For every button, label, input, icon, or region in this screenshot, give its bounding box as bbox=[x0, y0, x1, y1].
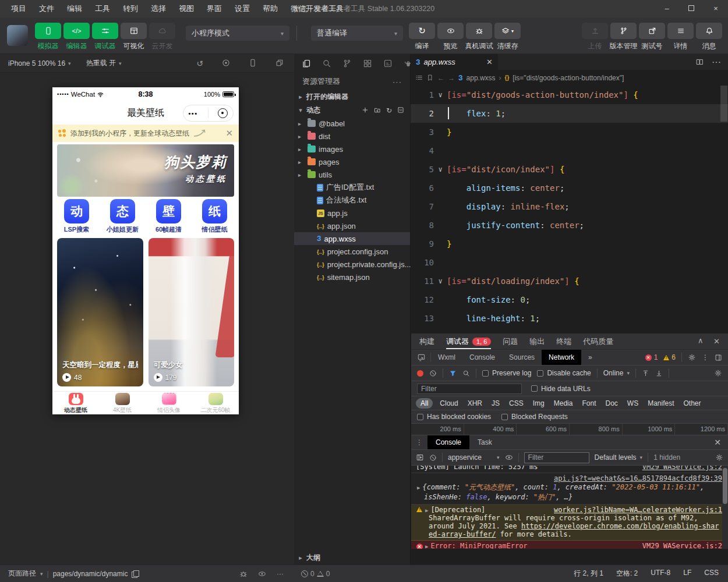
file-app.json[interactable]: {..}app.json bbox=[294, 219, 410, 232]
toolbar-button-清缓存[interactable]: ▾清缓存 bbox=[493, 17, 522, 51]
breadcrumb-file[interactable]: app.wxss bbox=[467, 74, 496, 82]
device-frame-icon[interactable] bbox=[249, 59, 258, 68]
file-广告ID配置.txt[interactable]: 广告ID配置.txt bbox=[294, 181, 410, 194]
shortcut-60帧超清[interactable]: 壁60帧超清 bbox=[146, 199, 192, 234]
phone-tab-动态壁纸[interactable]: 动态壁纸 bbox=[52, 392, 99, 414]
compile-select[interactable]: 普通编译 ▾ bbox=[311, 26, 403, 41]
editor-scrollbar[interactable] bbox=[720, 86, 727, 349]
settings-gear-icon[interactable] bbox=[688, 353, 696, 361]
new-folder-icon[interactable] bbox=[374, 107, 381, 115]
expand-triangle-icon[interactable]: ▶ bbox=[425, 544, 428, 549]
console-sidebar-icon[interactable] bbox=[416, 453, 424, 462]
filter-funnel-icon[interactable] bbox=[449, 370, 457, 377]
warning-count[interactable]: 6 bbox=[663, 353, 676, 361]
toolbar-button-预览[interactable]: 预览 bbox=[436, 17, 465, 51]
outline-list-icon[interactable] bbox=[415, 74, 423, 81]
source-link[interactable]: api.js?t=wechat&s=16…8517894acfcd8f39:39 bbox=[554, 474, 722, 482]
console-message-log[interactable]: [System] Launch Time: 5257 msVM29 WAServ… bbox=[411, 466, 728, 473]
record-icon[interactable] bbox=[222, 59, 231, 68]
panel-tab-问题[interactable]: 问题 bbox=[503, 333, 518, 349]
toolbar-button-测试号[interactable]: 测试号 bbox=[638, 17, 666, 51]
console-message-error[interactable]: ✕▶Error: MiniProgramErrorVM29 WAService.… bbox=[411, 541, 728, 549]
forward-icon[interactable]: → bbox=[448, 74, 455, 82]
import-har-icon[interactable] bbox=[642, 370, 649, 377]
record-network-icon[interactable] bbox=[417, 370, 423, 377]
menu-选择[interactable]: 选择 bbox=[146, 2, 171, 16]
wallpaper-card[interactable]: 天空暗到一定程度，星辰...48 bbox=[57, 238, 143, 386]
menu-设置[interactable]: 设置 bbox=[229, 2, 255, 16]
panel-tab-构建[interactable]: 构建 bbox=[419, 333, 434, 349]
hero-banner[interactable]: 狗头萝莉 动态壁纸 bbox=[57, 144, 234, 197]
language-mode[interactable]: CSS bbox=[704, 569, 719, 579]
shortcut-情侣壁纸[interactable]: 纸情侣壁纸 bbox=[192, 199, 238, 234]
source-control-icon[interactable] bbox=[342, 59, 352, 68]
drawer-tab-Task[interactable]: Task bbox=[469, 435, 500, 449]
bookmark-icon[interactable] bbox=[426, 74, 434, 81]
filter-pill-WS[interactable]: WS bbox=[623, 398, 643, 409]
file-pages[interactable]: ▸pages bbox=[294, 155, 410, 168]
cursor-position[interactable]: 行 2, 列 1 bbox=[574, 569, 603, 579]
fold-icon[interactable]: ∨ bbox=[434, 86, 447, 104]
hide-data-urls-checkbox[interactable]: Hide data URLs bbox=[531, 385, 591, 393]
filter-pill-Font[interactable]: Font bbox=[577, 398, 600, 409]
throttling-select[interactable]: Online▾ bbox=[603, 369, 630, 377]
new-file-icon[interactable] bbox=[362, 107, 369, 115]
minimize-button[interactable]: – bbox=[655, 0, 679, 17]
blocked-cookies-checkbox[interactable]: Has blocked cookies bbox=[417, 413, 491, 421]
file-images[interactable]: ▸images bbox=[294, 143, 410, 155]
clear-console-icon[interactable] bbox=[429, 454, 437, 462]
filter-pill-CSS[interactable]: CSS bbox=[504, 398, 528, 409]
console-log-area[interactable]: [System] Launch Time: 5257 msVM29 WAServ… bbox=[411, 466, 728, 549]
code-editor[interactable]: 1∨[is="dist/goods-action-button/index"] … bbox=[411, 86, 728, 349]
more-actions-icon[interactable]: ··· bbox=[712, 57, 721, 68]
code-line-9[interactable]: 9} bbox=[411, 235, 728, 253]
inspect-element-icon[interactable] bbox=[411, 353, 431, 362]
editor-tab[interactable]: Ɛ app.wxss ✕ bbox=[411, 54, 498, 70]
code-line-7[interactable]: 7 display: inline-flex; bbox=[411, 197, 728, 216]
code-line-12[interactable]: 12 font-size: 0; bbox=[411, 290, 728, 309]
open-editors-section[interactable]: ▸ 打开的编辑器 bbox=[294, 90, 410, 104]
menu-帮助[interactable]: 帮助 bbox=[257, 2, 283, 16]
popout-window-icon[interactable] bbox=[275, 59, 285, 68]
toolbar-button-消息[interactable]: 消息 bbox=[695, 17, 723, 51]
project-section[interactable]: ▾ 动态 ↻ bbox=[294, 104, 410, 117]
console-message-object[interactable]: api.js?t=wechat&s=16…8517894acfcd8f39:39… bbox=[411, 473, 728, 505]
filter-pill-Img[interactable]: Img bbox=[528, 398, 549, 409]
eye-icon[interactable] bbox=[258, 570, 266, 578]
file-project.config.json[interactable]: {..}project.config.json bbox=[294, 245, 410, 258]
console-settings-icon[interactable] bbox=[715, 453, 723, 462]
phone-tab-二次元60帧[interactable]: 二次元60帧 bbox=[192, 392, 239, 414]
indentation[interactable]: 空格: 2 bbox=[616, 569, 638, 579]
toolbar-button-可视化[interactable]: 可视化 bbox=[119, 17, 148, 51]
more-actions-icon[interactable]: ··· bbox=[393, 77, 402, 86]
collapse-panel-icon[interactable]: ∨ bbox=[698, 337, 704, 346]
source-link[interactable]: VM29 WAService.js:2 bbox=[642, 466, 722, 471]
rotate-icon[interactable]: ↺ bbox=[195, 59, 204, 68]
filter-pill-Manifest[interactable]: Manifest bbox=[643, 398, 678, 409]
toolbar-button-编辑器[interactable]: </>编辑器 bbox=[62, 17, 91, 51]
console-scrollbar[interactable] bbox=[722, 466, 728, 549]
toolbar-button-详情[interactable]: 详情 bbox=[666, 17, 695, 51]
outline-section[interactable]: ▸ 大纲 bbox=[294, 551, 410, 565]
search-icon[interactable] bbox=[322, 59, 331, 68]
more-tabs-icon[interactable]: » bbox=[581, 350, 599, 365]
file-sitemap.json[interactable]: {..}sitemap.json bbox=[294, 271, 410, 283]
menu-微信开发者工具[interactable]: 微信开发者工具 bbox=[285, 2, 349, 16]
preserve-log-checkbox[interactable]: Preserve log bbox=[482, 369, 531, 377]
code-line-4[interactable]: 4 bbox=[411, 141, 728, 160]
drawer-tab-Console[interactable]: Console bbox=[427, 435, 469, 449]
code-line-13[interactable]: 13 line-height: 1; bbox=[411, 309, 728, 328]
panel-tab-终端[interactable]: 终端 bbox=[556, 333, 571, 349]
split-editor-icon[interactable] bbox=[696, 58, 704, 66]
more-horizontal-icon[interactable]: ··· bbox=[277, 570, 284, 578]
clear-network-icon[interactable] bbox=[429, 370, 437, 377]
toolbar-button-调试器[interactable]: 调试器 bbox=[91, 17, 119, 51]
error-count[interactable]: ✕1 bbox=[645, 353, 658, 361]
bug-icon[interactable] bbox=[239, 570, 248, 578]
drawer-menu-icon[interactable]: ⋮ bbox=[411, 438, 427, 446]
close-drawer-icon[interactable]: ✕ bbox=[714, 438, 728, 447]
hidden-count[interactable]: 1 hidden bbox=[653, 453, 680, 462]
extensions-icon[interactable] bbox=[363, 59, 372, 68]
close-icon[interactable]: ✕ bbox=[225, 128, 233, 139]
log-levels-select[interactable]: Default levels▾ bbox=[595, 453, 643, 462]
